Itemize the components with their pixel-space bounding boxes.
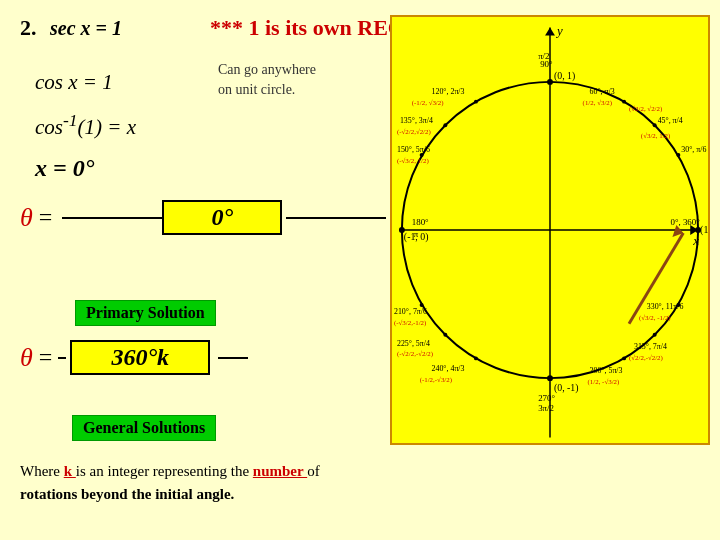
point-120 xyxy=(474,100,478,104)
coord-60: (1/2, √3/2) xyxy=(583,99,613,107)
blank-before-general xyxy=(58,357,66,359)
coord-120: (-1/2, √3/2) xyxy=(412,99,444,107)
label-150: 150°, 5π/6 xyxy=(397,145,430,154)
coord-30: (√3/2, 1/2) xyxy=(641,132,671,140)
sec-equation: sec x = 1 xyxy=(50,17,122,39)
cos-inverse-equation: cos-1(1) = x xyxy=(35,110,136,140)
where-text-1: Where xyxy=(20,463,60,479)
x-axis-label: x xyxy=(692,234,699,248)
point-0-1 xyxy=(547,79,553,85)
point-0-neg1 xyxy=(547,375,553,381)
coord-315: (√2/2,-√2/2) xyxy=(629,354,663,362)
y-axis-arrow xyxy=(545,28,555,36)
can-go-line2: on unit circle. xyxy=(218,82,295,97)
label-0-neg1: (0, -1) xyxy=(554,382,579,394)
number-highlight: number xyxy=(253,463,307,479)
coord-240: (-1/2,-√3/2) xyxy=(420,376,452,384)
coord-300: (1/2, -√3/2) xyxy=(588,378,620,386)
unit-circle-area: x y (1, 0) (-1, 0) (0, 1) (0, -1) 0°, 36… xyxy=(390,15,710,445)
angle-180: 180° xyxy=(412,217,429,227)
theta-primary-line: θ = 0° xyxy=(20,200,386,235)
label-45: 45°, π/4 xyxy=(658,116,683,125)
theta-symbol-general: θ xyxy=(20,343,33,373)
can-go-line1: Can go anywhere xyxy=(218,62,316,77)
theta-general-line: θ = 360°k xyxy=(20,340,248,375)
blank-before-primary xyxy=(62,217,162,219)
primary-solution-text: Primary Solution xyxy=(86,304,205,321)
general-solutions-label: General Solutions xyxy=(72,415,216,441)
can-go-note: Can go anywhere on unit circle. xyxy=(218,60,316,99)
label-300: 300°, 5π/3 xyxy=(590,366,623,375)
equals-general: = xyxy=(39,344,53,371)
main-container: 2. sec x = 1 *** 1 is its own RECIPROCAL… xyxy=(0,0,720,540)
label-135: 135°, 3π/4 xyxy=(400,116,433,125)
where-label: Where k is an integer representing the n… xyxy=(20,463,320,479)
point-30 xyxy=(676,153,680,157)
general-value-box: 360°k xyxy=(70,340,210,375)
coord-210: (-√3/2,-1/2) xyxy=(394,319,426,327)
rotations-text: rotations beyond the initial angle. xyxy=(20,486,234,502)
coord-45: (√2/2, √2/2) xyxy=(629,105,662,113)
where-text-2: is an integer representing the xyxy=(76,463,249,479)
coord-330: (√3/2, -1/2) xyxy=(639,314,671,322)
x-zero-equation: x = 0° xyxy=(35,155,94,182)
label-210: 210°, 7π/6 xyxy=(394,307,427,316)
label-60: 60°, π/3 xyxy=(590,87,615,96)
point-225 xyxy=(443,333,447,337)
label-0-1: (0, 1) xyxy=(554,70,575,82)
label-1-0: (1, 0) xyxy=(700,224,708,236)
equals-primary: = xyxy=(39,204,53,231)
y-axis-label: y xyxy=(555,24,563,38)
where-note: Where k is an integer representing the n… xyxy=(20,460,320,505)
label-315: 315°, 7π/4 xyxy=(634,342,667,351)
primary-value-box: 0° xyxy=(162,200,282,235)
angle-0: 0°, 360° xyxy=(670,217,700,227)
label-120: 120°, 2π/3 xyxy=(432,87,465,96)
blank-after-primary xyxy=(286,217,386,219)
number-label: 2. xyxy=(20,15,37,40)
coord-150: (-√3/2, 1/2) xyxy=(397,157,429,165)
blank-after-general xyxy=(218,357,248,359)
point-135 xyxy=(443,123,447,127)
pi2-label: π/2 xyxy=(538,51,549,61)
3pi2-label: 3π/2 xyxy=(538,403,554,413)
label-225: 225°, 5π/4 xyxy=(397,339,430,348)
general-value-text: 360°k xyxy=(112,344,170,370)
cos-equation: cos x = 1 xyxy=(35,70,113,95)
label-30: 30°, π/6 xyxy=(681,145,706,154)
pi-label: π xyxy=(414,229,419,239)
label-240: 240°, 4π/3 xyxy=(432,364,465,373)
theta-symbol-primary: θ xyxy=(20,203,33,233)
point-60 xyxy=(622,100,626,104)
k-variable: k xyxy=(64,463,76,479)
coord-135: (-√2/2,√2/2) xyxy=(397,128,431,136)
label-330: 330°, 11π/6 xyxy=(647,302,684,311)
primary-solution-label: Primary Solution xyxy=(75,300,216,326)
where-text-3: of xyxy=(307,463,320,479)
coord-225: (-√2/2,-√2/2) xyxy=(397,350,433,358)
problem-number: 2. sec x = 1 xyxy=(20,15,122,41)
general-solutions-text: General Solutions xyxy=(83,419,205,436)
point-240 xyxy=(474,356,478,360)
angle-270: 270° xyxy=(538,393,555,403)
point-45 xyxy=(653,123,657,127)
point-315 xyxy=(653,333,657,337)
point-300 xyxy=(622,356,626,360)
unit-circle-svg: x y (1, 0) (-1, 0) (0, 1) (0, -1) 0°, 36… xyxy=(392,17,708,443)
